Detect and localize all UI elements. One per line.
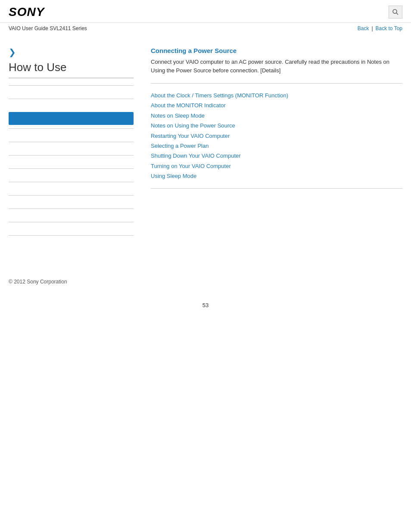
- sidebar-item-2: [9, 99, 134, 99]
- sidebar-item-10: [9, 222, 134, 222]
- sidebar-item-5: [9, 155, 134, 156]
- related-link[interactable]: Notes on Using the Power Source: [151, 121, 402, 131]
- related-link[interactable]: Notes on Sleep Mode: [151, 111, 402, 121]
- sidebar-item-6: [9, 168, 134, 169]
- main-container: ❯ How to Use Connecting a Power Source C…: [0, 34, 411, 253]
- sidebar-item-8: [9, 195, 134, 196]
- nav-links: Back | Back to Top: [358, 25, 402, 31]
- sidebar: ❯ How to Use: [9, 38, 142, 249]
- copyright: © 2012 Sony Corporation: [9, 279, 67, 285]
- sidebar-item-4: [9, 142, 134, 142]
- guide-title: VAIO User Guide SVL2411 Series: [9, 25, 87, 31]
- sidebar-item-7: [9, 182, 134, 182]
- sub-header: VAIO User Guide SVL2411 Series Back | Ba…: [0, 23, 411, 34]
- related-link[interactable]: Selecting a Power Plan: [151, 141, 402, 151]
- related-link[interactable]: About the Clock / Timers Settings (MONIT…: [151, 90, 402, 100]
- search-icon: [392, 9, 399, 16]
- search-button[interactable]: [389, 6, 402, 19]
- content-area: Connecting a Power Source Connect your V…: [142, 38, 402, 249]
- related-links-section: About the Clock / Timers Settings (MONIT…: [151, 83, 402, 189]
- nav-separator: |: [371, 25, 373, 31]
- main-section-link[interactable]: Connecting a Power Source: [151, 47, 402, 54]
- search-input[interactable]: [311, 6, 389, 18]
- svg-line-1: [396, 13, 398, 15]
- back-to-top-link[interactable]: Back to Top: [376, 25, 402, 31]
- main-section-description: Connect your VAIO computer to an AC powe…: [151, 58, 402, 75]
- back-link[interactable]: Back: [358, 25, 369, 31]
- header: SONY: [0, 0, 411, 23]
- sidebar-highlighted-item[interactable]: [9, 112, 134, 125]
- sidebar-expand-arrow[interactable]: ❯: [9, 47, 134, 57]
- sidebar-item-11: [9, 235, 134, 236]
- sidebar-item-1: [9, 85, 134, 86]
- related-link[interactable]: Turning on Your VAIO Computer: [151, 161, 402, 171]
- footer: © 2012 Sony Corporation: [0, 270, 411, 293]
- page-number: 53: [0, 302, 411, 317]
- related-link[interactable]: Shutting Down Your VAIO Computer: [151, 151, 402, 161]
- related-link[interactable]: About the MONITOR Indicator: [151, 100, 402, 110]
- sidebar-title: How to Use: [9, 61, 134, 78]
- svg-point-0: [393, 9, 397, 13]
- sidebar-item-3: [9, 128, 134, 129]
- related-link[interactable]: Restarting Your VAIO Computer: [151, 131, 402, 141]
- related-link[interactable]: Using Sleep Mode: [151, 171, 402, 181]
- sidebar-item-9: [9, 208, 134, 209]
- sony-logo: SONY: [9, 5, 44, 19]
